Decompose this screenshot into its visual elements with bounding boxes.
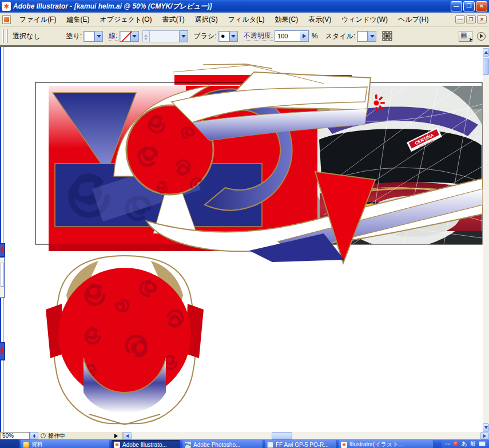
reference-point-icon[interactable]	[382, 31, 392, 41]
illustrator-app-icon: ✱	[2, 2, 11, 11]
opacity-label[interactable]: 不透明度:	[244, 31, 273, 41]
flyout-menu-icon[interactable]	[477, 32, 486, 41]
menu-file[interactable]: ファイル(F)	[14, 13, 61, 26]
selection-status: 選択なし	[13, 31, 41, 41]
opacity-slider-icon[interactable]	[300, 31, 308, 41]
docked-palette-fragment[interactable]	[0, 243, 5, 257]
restore-button[interactable]: ❐	[463, 1, 475, 11]
taskbar-item-folder[interactable]: 資料	[21, 440, 109, 448]
taskbar-item-photoshop[interactable]: Ps Adobe Photosho...	[182, 440, 263, 448]
docked-palette-fragment[interactable]	[0, 342, 5, 360]
status-bar: 50% 操作中	[0, 432, 489, 439]
menu-help[interactable]: ヘルプ(H)	[393, 13, 434, 26]
style-swatch[interactable]	[357, 31, 368, 42]
zoom-stepper[interactable]	[30, 432, 38, 439]
windows-taskbar: 資料 ✱ Adobe Illustrato... Ps Adobe Photos…	[0, 439, 489, 448]
scroll-left-icon[interactable]	[123, 432, 132, 439]
ime-conversion-mode[interactable]: 般	[470, 440, 476, 447]
document-canvas[interactable]: 00 CERTINA SWISS WATCHES TELMEX	[0, 47, 489, 432]
antivirus-icon[interactable]	[454, 441, 459, 446]
scroll-up-icon[interactable]	[483, 48, 489, 57]
opacity-unit: %	[312, 32, 318, 40]
keyboard-icon[interactable]	[479, 441, 486, 446]
menu-filter[interactable]: フィルタ(L)	[223, 13, 270, 26]
title-bar[interactable]: ✱ Adobe Illustrator - [kamui helm.ai @ 5…	[0, 0, 489, 13]
graphic-styles-icon[interactable]	[459, 31, 472, 42]
brush-swatch[interactable]	[218, 31, 229, 42]
taskbar-item-illustrator[interactable]: ✱ Adobe Illustrato...	[112, 440, 180, 448]
folder-icon	[23, 442, 29, 448]
status-menu-icon[interactable]	[114, 434, 120, 438]
style-dropdown-icon[interactable]	[368, 31, 376, 42]
doc-close-button[interactable]: ✕	[477, 15, 487, 23]
menu-select[interactable]: 選択(S)	[190, 13, 223, 26]
menu-edit[interactable]: 編集(E)	[61, 13, 94, 26]
status-text: 操作中	[48, 433, 65, 439]
doc-restore-button[interactable]: ❐	[466, 15, 476, 23]
illustrator-window: ✱ Adobe Illustrator - [kamui helm.ai @ 5…	[0, 0, 489, 448]
vertical-scrollbar[interactable]	[483, 48, 489, 432]
clock-icon	[41, 433, 46, 438]
helmet-top-view	[46, 256, 204, 425]
window-title: Adobe Illustrator - [kamui helm.ai @ 50%…	[13, 2, 451, 11]
fill-swatch[interactable]	[84, 31, 94, 42]
stroke-label[interactable]: 線:	[109, 31, 117, 41]
ime-input-mode[interactable]: あ	[462, 440, 467, 447]
illustrator-icon: ✱	[341, 442, 347, 448]
horizontal-scrollbar[interactable]	[123, 432, 489, 439]
stroke-weight-dropdown-icon[interactable]	[180, 30, 188, 42]
taskbar-start-area[interactable]	[0, 439, 19, 448]
opacity-input[interactable]: 100	[275, 30, 309, 42]
document-file-icon	[267, 442, 273, 448]
stroke-weight-combo[interactable]	[142, 30, 188, 42]
menu-object[interactable]: オブジェクト(O)	[94, 13, 157, 26]
document-icon	[2, 15, 11, 24]
photoshop-icon: Ps	[185, 442, 191, 448]
horizontal-scroll-thumb[interactable]	[272, 432, 292, 439]
helmet-design-artwork: 00 CERTINA SWISS WATCHES TELMEX	[3, 49, 483, 430]
menu-bar: ファイル(F) 編集(E) オブジェクト(O) 書式(T) 選択(S) フィルタ…	[0, 13, 489, 27]
menu-type[interactable]: 書式(T)	[157, 13, 189, 26]
control-bar: 選択なし 塗り: 線: ブラシ: 不透明度: 100 % スタイル:	[0, 27, 489, 47]
fill-dropdown-icon[interactable]	[94, 31, 103, 42]
close-button[interactable]: ✕	[476, 1, 487, 11]
stroke-weight-field[interactable]	[150, 30, 180, 42]
brush-label: ブラシ:	[194, 31, 217, 41]
taskbar-item-illustrator-doc[interactable]: ✱ Illustrator(イラスト...	[339, 440, 433, 448]
fill-label: 塗り:	[66, 31, 82, 41]
menu-effect[interactable]: 効果(C)	[270, 13, 304, 26]
taskbar-item-document[interactable]: FF Awi GP-5 PO-R...	[265, 440, 336, 448]
menu-window[interactable]: ウィンドウ(W)	[336, 13, 393, 26]
system-tray: 〰 あ 般	[442, 439, 489, 448]
docked-palette-fragment[interactable]	[0, 257, 5, 298]
stroke-weight-stepper[interactable]	[142, 30, 150, 42]
drag-grip[interactable]	[6, 29, 8, 43]
doc-minimize-button[interactable]: —	[455, 15, 465, 23]
illustrator-icon: ✱	[114, 442, 120, 448]
menu-view[interactable]: 表示(V)	[303, 13, 336, 26]
stroke-swatch-none[interactable]	[120, 31, 130, 42]
scroll-right-icon[interactable]	[480, 432, 489, 439]
style-label: スタイル:	[325, 31, 355, 41]
drag-grip[interactable]	[2, 29, 4, 43]
network-activity-icon[interactable]: 〰	[445, 439, 451, 448]
opacity-value: 100	[277, 33, 288, 39]
zoom-level-field[interactable]: 50%	[0, 432, 30, 439]
status-segment[interactable]: 操作中	[38, 432, 123, 439]
brush-dropdown-icon[interactable]	[229, 31, 238, 42]
vertical-scroll-thumb[interactable]	[483, 58, 489, 75]
scroll-down-icon[interactable]	[483, 423, 489, 432]
minimize-button[interactable]: —	[451, 1, 462, 11]
